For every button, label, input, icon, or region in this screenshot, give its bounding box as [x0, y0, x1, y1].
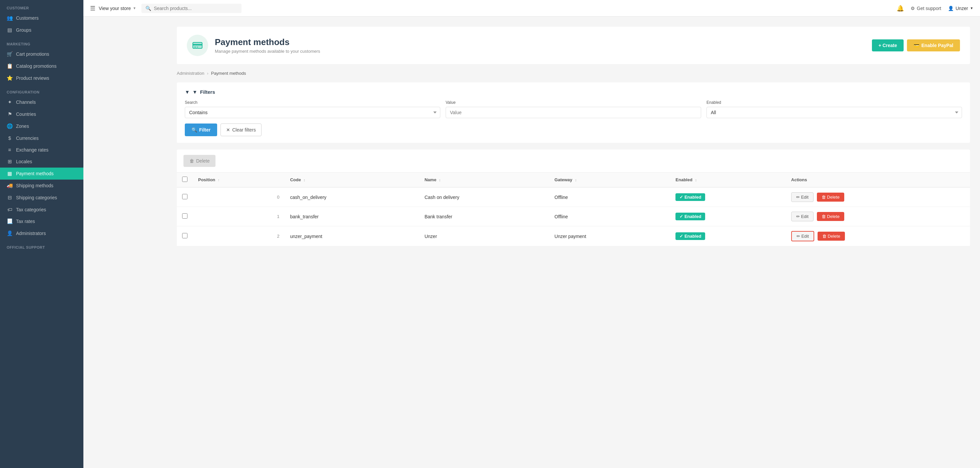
delete-button-2[interactable]: 🗑 Delete	[818, 232, 845, 241]
filter-button[interactable]: 🔍 Filter	[185, 123, 217, 136]
tax-rates-icon: 📃	[7, 218, 13, 224]
bulk-delete-button[interactable]: 🗑 Delete	[183, 155, 215, 167]
sidebar-item-groups[interactable]: ▤ Groups	[0, 24, 83, 36]
countries-icon: ⚑	[7, 111, 13, 117]
notification-bell-icon[interactable]: 🔔	[897, 5, 904, 12]
hamburger-icon[interactable]: ☰	[90, 5, 95, 12]
enabled-filter-label: Enabled	[706, 100, 962, 105]
clear-filters-button[interactable]: ✕ Clear filters	[221, 123, 261, 136]
sidebar-item-locales[interactable]: ⊞ Locales	[0, 155, 83, 168]
sidebar-item-exchange-rates[interactable]: ≡ Exchange rates	[0, 144, 83, 155]
row-checkbox-2[interactable]	[182, 233, 188, 238]
col-position[interactable]: Position ↑	[193, 173, 285, 187]
exchange-rates-icon: ≡	[7, 147, 13, 153]
enable-paypal-button[interactable]: 💳 Enable PayPal	[907, 39, 960, 51]
col-code[interactable]: Code ↕	[285, 173, 419, 187]
marketing-section-label: MARKETING	[0, 36, 83, 48]
row-checkbox-0[interactable]	[182, 194, 188, 199]
filters-toggle[interactable]: ▼ ▼ Filters	[185, 89, 962, 95]
enabled-filter-group: Enabled All Yes No	[706, 100, 962, 118]
cart-promotions-icon: 🛒	[7, 51, 13, 57]
store-selector[interactable]: View your store ▼	[99, 6, 136, 11]
search-filter-group: Search Contains Equals Starts with	[185, 100, 440, 118]
sidebar-item-catalog-promotions[interactable]: 📋 Catalog promotions	[0, 60, 83, 72]
topbar-right: 🔔 ⚙ Get support 👤 Unzer ▼	[897, 5, 973, 12]
breadcrumb-sep: ›	[207, 71, 208, 76]
table-section: 🗑 Delete Position ↑ Code ↕	[177, 150, 970, 246]
col-enabled[interactable]: Enabled ↕	[670, 173, 786, 187]
administrators-icon: 👤	[7, 230, 13, 236]
sidebar-item-payment-methods[interactable]: ▦ Payment methods	[0, 168, 83, 180]
payment-methods-icon: ▦	[7, 171, 13, 177]
sidebar-item-shipping-methods[interactable]: 🚚 Shipping methods	[0, 180, 83, 192]
breadcrumb: Administration › Payment methods	[177, 71, 970, 76]
sidebar-item-product-reviews[interactable]: ⭐ Product reviews	[0, 72, 83, 84]
sidebar-item-channels[interactable]: ✦ Channels	[0, 96, 83, 108]
table-toolbar: 🗑 Delete	[177, 150, 970, 173]
user-arrow-icon: ▼	[970, 6, 973, 10]
col-gateway[interactable]: Gateway ↕	[549, 173, 670, 187]
sidebar-item-tax-categories[interactable]: 🏷 Tax categories	[0, 204, 83, 215]
product-reviews-icon: ⭐	[7, 75, 13, 81]
breadcrumb-admin[interactable]: Administration	[177, 71, 204, 76]
row-actions-2: ✏ Edit 🗑 Delete	[786, 226, 970, 246]
sidebar-item-tax-rates[interactable]: 📃 Tax rates	[0, 215, 83, 227]
filter-funnel-icon: ▼	[192, 89, 197, 95]
filters-section: ▼ ▼ Filters Search Contains Equals Start…	[177, 83, 970, 143]
delete-button-1[interactable]: 🗑 Delete	[817, 212, 844, 221]
search-filter-select[interactable]: Contains Equals Starts with	[185, 107, 440, 118]
row-enabled-2: ✓ Enabled	[670, 226, 786, 246]
edit-button-1[interactable]: ✏ Edit	[791, 212, 813, 221]
breadcrumb-current: Payment methods	[211, 71, 246, 76]
sidebar-item-customers[interactable]: 👥 Customers	[0, 12, 83, 24]
get-support-link[interactable]: ⚙ Get support	[911, 6, 941, 11]
row-checkbox-1[interactable]	[182, 213, 188, 219]
sidebar-item-administrators[interactable]: 👤 Administrators	[0, 227, 83, 240]
row-name-0: Cash on delivery	[419, 187, 549, 207]
user-menu[interactable]: 👤 Unzer ▼	[948, 6, 973, 11]
table-row: 2 unzer_payment Unzer Unzer payment ✓ En…	[177, 226, 970, 246]
search-input[interactable]	[154, 6, 237, 11]
filters-grid: Search Contains Equals Starts with Value…	[185, 100, 962, 118]
catalog-promotions-icon: 📋	[7, 63, 13, 69]
edit-button-0[interactable]: ✏ Edit	[791, 192, 813, 202]
currencies-icon: $	[7, 135, 13, 141]
edit-button-2[interactable]: ✏ Edit	[791, 231, 814, 241]
row-code-1: bank_transfer	[285, 207, 419, 226]
table-header-row: Position ↑ Code ↕ Name ↕ Gateway ↕	[177, 173, 970, 187]
tax-categories-icon: 🏷	[7, 207, 13, 212]
value-filter-group: Value	[445, 100, 701, 118]
value-filter-input[interactable]	[445, 107, 701, 118]
row-actions-0: ✏ Edit 🗑 Delete	[786, 187, 970, 207]
row-name-2: Unzer	[419, 226, 549, 246]
shipping-categories-icon: ⊟	[7, 195, 13, 201]
row-gateway-2: Unzer payment	[549, 226, 670, 246]
col-actions: Actions	[786, 173, 970, 187]
store-label: View your store	[99, 6, 131, 11]
page-title: Payment methods	[215, 37, 320, 47]
row-gateway-1: Offline	[549, 207, 670, 226]
enabled-sort-icon: ↕	[695, 178, 697, 182]
customers-icon: 👥	[7, 15, 13, 21]
shipping-methods-icon: 🚚	[7, 183, 13, 188]
create-button[interactable]: + Create	[872, 39, 904, 51]
select-all-checkbox[interactable]	[182, 177, 188, 182]
trash-icon: 🗑	[189, 158, 194, 164]
row-name-1: Bank transfer	[419, 207, 549, 226]
row-position-2: 2	[193, 226, 285, 246]
row-gateway-0: Offline	[549, 187, 670, 207]
paypal-icon: 💳	[914, 43, 919, 48]
sidebar-item-cart-promotions[interactable]: 🛒 Cart promotions	[0, 48, 83, 60]
col-name[interactable]: Name ↕	[419, 173, 549, 187]
sidebar-item-countries[interactable]: ⚑ Countries	[0, 108, 83, 120]
page-title-group: Payment methods Manage payment methods a…	[215, 37, 320, 54]
delete-button-0[interactable]: 🗑 Delete	[817, 193, 844, 201]
header-actions: + Create 💳 Enable PayPal	[872, 39, 960, 51]
payment-methods-table: Position ↑ Code ↕ Name ↕ Gateway ↕	[177, 173, 970, 246]
sidebar-item-currencies[interactable]: $ Currencies	[0, 132, 83, 144]
row-checkbox-cell-1	[177, 207, 193, 226]
sidebar-item-shipping-categories[interactable]: ⊟ Shipping categories	[0, 192, 83, 204]
sidebar-item-zones[interactable]: 🌐 Zones	[0, 120, 83, 132]
enabled-filter-select[interactable]: All Yes No	[706, 107, 962, 118]
row-enabled-1: ✓ Enabled	[670, 207, 786, 226]
